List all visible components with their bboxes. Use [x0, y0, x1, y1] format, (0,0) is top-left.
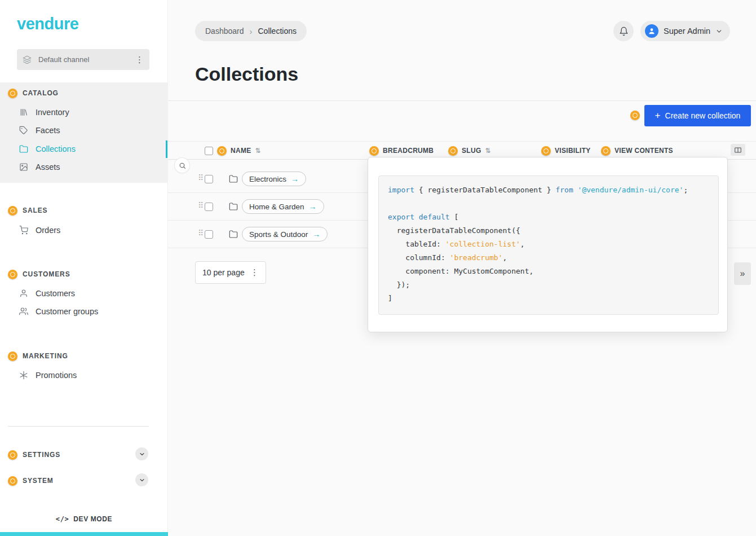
- columns-icon: [734, 146, 742, 154]
- collection-name: Electronics: [249, 175, 286, 183]
- nav-section-customers: CUSTOMERS: [8, 269, 70, 280]
- ui-extension-marker-icon[interactable]: [541, 146, 551, 156]
- user-icon: [19, 289, 28, 298]
- column-header-name: NAME ⇅: [205, 146, 261, 156]
- column-label: NAME: [231, 147, 251, 155]
- header-divider: [168, 100, 756, 101]
- ui-extension-marker-icon[interactable]: [369, 146, 379, 156]
- ui-extension-marker-icon[interactable]: [630, 111, 640, 120]
- ui-extension-marker-icon[interactable]: [8, 352, 17, 361]
- sidebar-item-label: Inventory: [36, 108, 69, 117]
- breadcrumb-dashboard-link[interactable]: Dashboard: [205, 27, 244, 36]
- channel-label: Default channel: [38, 55, 89, 64]
- ui-extension-marker-icon[interactable]: [217, 146, 227, 156]
- folder-icon: [229, 202, 238, 211]
- sidebar-item-inventory[interactable]: Inventory: [19, 107, 69, 118]
- column-header-visibility: VISIBILITY: [541, 146, 591, 156]
- ui-extension-marker-icon[interactable]: [601, 146, 611, 156]
- sort-icon[interactable]: ⇅: [255, 147, 261, 155]
- column-settings-button[interactable]: [731, 144, 745, 156]
- create-new-collection-button[interactable]: + Create new collection: [644, 105, 751, 126]
- nav-section-label: SALES: [23, 207, 48, 214]
- column-label: VIEW CONTENTS: [614, 147, 673, 155]
- nav-section-settings[interactable]: SETTINGS: [8, 449, 60, 460]
- drag-handle-icon[interactable]: ⠿: [198, 201, 204, 210]
- folder-icon: [229, 230, 238, 239]
- inventory-icon: [19, 108, 28, 117]
- user-menu[interactable]: Super Admin: [640, 21, 730, 41]
- select-all-checkbox[interactable]: [205, 147, 213, 155]
- sidebar-item-facets[interactable]: Facets: [19, 125, 60, 136]
- sidebar-item-promotions[interactable]: Promotions: [19, 370, 77, 381]
- sort-icon[interactable]: ⇅: [485, 147, 491, 155]
- nav-section-label: SYSTEM: [23, 477, 54, 485]
- per-page-label: 10 per page: [202, 268, 245, 277]
- bell-icon: [619, 27, 629, 36]
- items-per-page-select[interactable]: 10 per page ⋮: [195, 261, 266, 284]
- sidebar-item-customers[interactable]: Customers: [19, 288, 75, 299]
- arrow-right-icon: →: [309, 202, 317, 211]
- ui-extension-marker-icon[interactable]: [8, 206, 17, 216]
- ui-extension-marker-icon[interactable]: [8, 476, 17, 486]
- ui-extension-marker-icon[interactable]: [8, 450, 17, 460]
- dev-mode-toggle[interactable]: </> DEV MODE: [0, 513, 168, 525]
- column-label: SLUG: [462, 147, 481, 155]
- next-page-button[interactable]: »: [734, 262, 751, 285]
- settings-expand-button[interactable]: [135, 447, 148, 460]
- sidebar-item-label: Collections: [36, 144, 76, 153]
- sidebar-item-orders[interactable]: Orders: [19, 225, 60, 236]
- tag-icon: [19, 126, 28, 135]
- ui-extension-marker-icon[interactable]: [8, 270, 17, 279]
- breadcrumb-current[interactable]: Collections: [258, 27, 297, 36]
- ui-extension-marker-icon[interactable]: [8, 89, 17, 98]
- dev-mode-popover: import { registerDataTableComponent } fr…: [368, 157, 728, 332]
- code-snippet: import { registerDataTableComponent } fr…: [378, 175, 719, 315]
- sidebar: vendure Default channel ⋮ CATALOG Invent…: [0, 0, 168, 536]
- column-label: BREADCRUMB: [383, 147, 434, 155]
- collection-name: Sports & Outdoor: [249, 230, 308, 239]
- avatar: [645, 24, 658, 38]
- channel-menu-icon[interactable]: ⋮: [135, 55, 144, 65]
- nav-section-label: CUSTOMERS: [23, 270, 70, 278]
- sidebar-item-label: Customers: [36, 289, 75, 298]
- column-header-view-contents: VIEW CONTENTS: [601, 146, 673, 156]
- nav-section-label: MARKETING: [23, 352, 68, 360]
- drag-handle-icon[interactable]: ⠿: [198, 173, 204, 182]
- system-expand-button[interactable]: [135, 473, 148, 486]
- collection-link[interactable]: Electronics →: [242, 172, 306, 186]
- sidebar-item-label: Customer groups: [36, 307, 98, 316]
- active-item-indicator: [166, 140, 167, 158]
- sidebar-item-assets[interactable]: Assets: [19, 161, 60, 173]
- row-checkbox[interactable]: [205, 203, 213, 211]
- sidebar-item-customer-groups[interactable]: Customer groups: [19, 306, 98, 317]
- drag-handle-icon[interactable]: ⠿: [198, 229, 204, 238]
- arrow-right-icon: →: [291, 174, 299, 183]
- channel-selector[interactable]: Default channel ⋮: [17, 49, 149, 70]
- layers-icon: [23, 55, 32, 64]
- sidebar-item-label: Promotions: [36, 371, 77, 380]
- row-checkbox[interactable]: [205, 230, 213, 239]
- chevron-right-icon: ›: [250, 27, 253, 36]
- row-checkbox[interactable]: [205, 175, 213, 183]
- nav-section-label: SETTINGS: [23, 451, 60, 459]
- nav-section-sales: SALES: [8, 205, 48, 216]
- collection-link[interactable]: Home & Garden →: [242, 199, 324, 214]
- user-icon: [648, 27, 656, 35]
- collection-link[interactable]: Sports & Outdoor →: [242, 227, 328, 241]
- folder-icon: [19, 144, 28, 153]
- notifications-button[interactable]: [613, 21, 634, 41]
- nav-section-system[interactable]: SYSTEM: [8, 475, 54, 486]
- image-icon: [19, 162, 28, 172]
- code-icon: </>: [56, 515, 69, 523]
- table-top-border: [168, 141, 756, 142]
- sidebar-item-collections[interactable]: Collections: [19, 143, 76, 155]
- chevron-down-icon: [139, 477, 145, 484]
- arrow-right-icon: →: [312, 230, 320, 239]
- nav-section-label: CATALOG: [23, 89, 59, 97]
- plus-icon: +: [655, 110, 661, 121]
- collection-name: Home & Garden: [249, 203, 304, 211]
- kebab-menu-icon[interactable]: ⋮: [250, 267, 259, 278]
- nav-section-marketing: MARKETING: [8, 350, 68, 362]
- ui-extension-marker-icon[interactable]: [448, 146, 458, 156]
- chevron-down-icon: [139, 451, 145, 458]
